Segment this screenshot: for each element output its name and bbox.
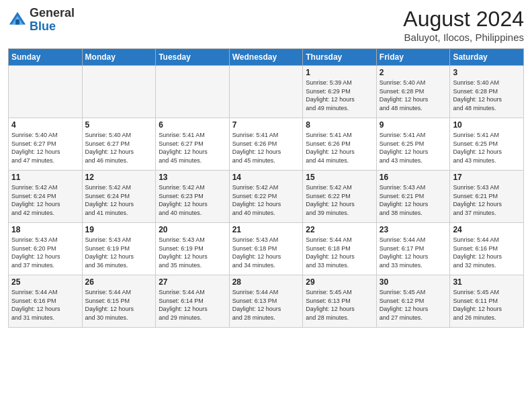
cell-content: Sunrise: 5:44 AM Sunset: 6:15 PM Dayligh…: [85, 288, 153, 322]
day-number: 11: [11, 173, 79, 182]
month-year: August 2024: [403, 7, 524, 32]
day-number: 9: [380, 120, 447, 130]
calendar-cell: 7Sunrise: 5:41 AM Sunset: 6:26 PM Daylig…: [229, 118, 303, 171]
calendar-week-2: 4Sunrise: 5:40 AM Sunset: 6:27 PM Daylig…: [9, 118, 524, 171]
svg-rect-2: [15, 19, 19, 24]
calendar-cell: [156, 66, 230, 118]
logo: General Blue: [8, 7, 75, 34]
calendar-cell: 31Sunrise: 5:45 AM Sunset: 6:11 PM Dayli…: [450, 275, 524, 328]
calendar-cell: 13Sunrise: 5:42 AM Sunset: 6:23 PM Dayli…: [156, 171, 230, 223]
day-number: 24: [453, 225, 521, 234]
day-number: 18: [11, 225, 79, 234]
calendar-cell: 24Sunrise: 5:44 AM Sunset: 6:16 PM Dayli…: [450, 223, 524, 275]
cell-content: Sunrise: 5:43 AM Sunset: 6:20 PM Dayligh…: [11, 236, 79, 269]
cell-content: Sunrise: 5:44 AM Sunset: 6:14 PM Dayligh…: [159, 288, 226, 322]
day-number: 7: [232, 120, 300, 130]
calendar-table: SundayMondayTuesdayWednesdayThursdayFrid…: [8, 48, 524, 328]
cell-content: Sunrise: 5:44 AM Sunset: 6:17 PM Dayligh…: [380, 236, 447, 269]
calendar-cell: 21Sunrise: 5:43 AM Sunset: 6:18 PM Dayli…: [229, 223, 303, 275]
cell-content: Sunrise: 5:43 AM Sunset: 6:21 PM Dayligh…: [453, 183, 521, 217]
calendar-cell: 20Sunrise: 5:43 AM Sunset: 6:19 PM Dayli…: [156, 223, 230, 275]
cell-content: Sunrise: 5:39 AM Sunset: 6:29 PM Dayligh…: [306, 79, 373, 112]
calendar-cell: 28Sunrise: 5:44 AM Sunset: 6:13 PM Dayli…: [229, 275, 303, 328]
cell-content: Sunrise: 5:43 AM Sunset: 6:18 PM Dayligh…: [232, 236, 300, 269]
cell-content: Sunrise: 5:41 AM Sunset: 6:25 PM Dayligh…: [453, 131, 521, 165]
calendar-cell: 1Sunrise: 5:39 AM Sunset: 6:29 PM Daylig…: [303, 66, 377, 118]
calendar-cell: 23Sunrise: 5:44 AM Sunset: 6:17 PM Dayli…: [376, 223, 450, 275]
logo-general-text: General: [30, 6, 75, 19]
day-number: 16: [380, 173, 447, 182]
calendar-cell: 5Sunrise: 5:40 AM Sunset: 6:27 PM Daylig…: [82, 118, 156, 171]
cell-content: Sunrise: 5:45 AM Sunset: 6:11 PM Dayligh…: [453, 288, 521, 322]
cell-content: Sunrise: 5:42 AM Sunset: 6:23 PM Dayligh…: [159, 183, 226, 217]
cell-content: Sunrise: 5:41 AM Sunset: 6:26 PM Dayligh…: [306, 131, 373, 165]
calendar-week-3: 11Sunrise: 5:42 AM Sunset: 6:24 PM Dayli…: [9, 171, 524, 223]
day-number: 15: [306, 173, 373, 182]
day-number: 2: [380, 68, 447, 77]
cell-content: Sunrise: 5:44 AM Sunset: 6:13 PM Dayligh…: [232, 288, 300, 322]
calendar-cell: 12Sunrise: 5:42 AM Sunset: 6:24 PM Dayli…: [82, 171, 156, 223]
day-number: 3: [453, 68, 521, 77]
cell-content: Sunrise: 5:42 AM Sunset: 6:22 PM Dayligh…: [232, 183, 300, 217]
weekday-header-thursday: Thursday: [303, 49, 377, 66]
calendar-cell: 17Sunrise: 5:43 AM Sunset: 6:21 PM Dayli…: [450, 171, 524, 223]
cell-content: Sunrise: 5:42 AM Sunset: 6:22 PM Dayligh…: [306, 183, 373, 217]
cell-content: Sunrise: 5:40 AM Sunset: 6:27 PM Dayligh…: [11, 131, 79, 165]
calendar-cell: [9, 66, 83, 118]
cell-content: Sunrise: 5:42 AM Sunset: 6:24 PM Dayligh…: [11, 183, 79, 217]
day-number: 8: [306, 120, 373, 130]
cell-content: Sunrise: 5:41 AM Sunset: 6:26 PM Dayligh…: [232, 131, 300, 165]
cell-content: Sunrise: 5:41 AM Sunset: 6:27 PM Dayligh…: [159, 131, 226, 165]
cell-content: Sunrise: 5:43 AM Sunset: 6:21 PM Dayligh…: [380, 183, 447, 217]
cell-content: Sunrise: 5:40 AM Sunset: 6:28 PM Dayligh…: [380, 79, 447, 112]
day-number: 13: [159, 173, 226, 182]
weekday-header-tuesday: Tuesday: [156, 49, 230, 66]
day-number: 28: [232, 277, 300, 287]
day-number: 14: [232, 173, 300, 182]
calendar-cell: 19Sunrise: 5:43 AM Sunset: 6:19 PM Dayli…: [82, 223, 156, 275]
calendar-cell: 29Sunrise: 5:45 AM Sunset: 6:13 PM Dayli…: [303, 275, 377, 328]
calendar-cell: 3Sunrise: 5:40 AM Sunset: 6:28 PM Daylig…: [450, 66, 524, 118]
location: Baluyot, Ilocos, Philippines: [403, 32, 524, 43]
calendar-cell: 2Sunrise: 5:40 AM Sunset: 6:28 PM Daylig…: [376, 66, 450, 118]
calendar-cell: 8Sunrise: 5:41 AM Sunset: 6:26 PM Daylig…: [303, 118, 377, 171]
day-number: 1: [306, 68, 373, 77]
calendar-cell: 18Sunrise: 5:43 AM Sunset: 6:20 PM Dayli…: [9, 223, 83, 275]
calendar-header: SundayMondayTuesdayWednesdayThursdayFrid…: [9, 49, 524, 66]
cell-content: Sunrise: 5:41 AM Sunset: 6:25 PM Dayligh…: [380, 131, 447, 165]
day-number: 26: [85, 277, 153, 287]
day-number: 6: [159, 120, 226, 130]
cell-content: Sunrise: 5:45 AM Sunset: 6:12 PM Dayligh…: [380, 288, 447, 322]
weekday-header-sunday: Sunday: [9, 49, 83, 66]
calendar-cell: [229, 66, 303, 118]
day-number: 25: [11, 277, 79, 287]
day-number: 30: [380, 277, 447, 287]
title-block: August 2024 Baluyot, Ilocos, Philippines: [403, 7, 524, 43]
calendar-cell: 14Sunrise: 5:42 AM Sunset: 6:22 PM Dayli…: [229, 171, 303, 223]
cell-content: Sunrise: 5:44 AM Sunset: 6:16 PM Dayligh…: [11, 288, 79, 322]
cell-content: Sunrise: 5:45 AM Sunset: 6:13 PM Dayligh…: [306, 288, 373, 322]
day-number: 4: [11, 120, 79, 130]
cell-content: Sunrise: 5:40 AM Sunset: 6:27 PM Dayligh…: [85, 131, 153, 165]
day-number: 20: [159, 225, 226, 234]
cell-content: Sunrise: 5:44 AM Sunset: 6:16 PM Dayligh…: [453, 236, 521, 269]
day-number: 27: [159, 277, 226, 287]
cell-content: Sunrise: 5:44 AM Sunset: 6:18 PM Dayligh…: [306, 236, 373, 269]
logo-icon: [8, 11, 27, 30]
calendar-cell: [82, 66, 156, 118]
calendar-cell: 26Sunrise: 5:44 AM Sunset: 6:15 PM Dayli…: [82, 275, 156, 328]
day-number: 22: [306, 225, 373, 234]
cell-content: Sunrise: 5:43 AM Sunset: 6:19 PM Dayligh…: [85, 236, 153, 269]
calendar-week-1: 1Sunrise: 5:39 AM Sunset: 6:29 PM Daylig…: [9, 66, 524, 118]
calendar-cell: 27Sunrise: 5:44 AM Sunset: 6:14 PM Dayli…: [156, 275, 230, 328]
cell-content: Sunrise: 5:43 AM Sunset: 6:19 PM Dayligh…: [159, 236, 226, 269]
cell-content: Sunrise: 5:42 AM Sunset: 6:24 PM Dayligh…: [85, 183, 153, 217]
day-number: 29: [306, 277, 373, 287]
header: General Blue August 2024 Baluyot, Ilocos…: [8, 7, 524, 43]
calendar-week-4: 18Sunrise: 5:43 AM Sunset: 6:20 PM Dayli…: [9, 223, 524, 275]
calendar-cell: 15Sunrise: 5:42 AM Sunset: 6:22 PM Dayli…: [303, 171, 377, 223]
calendar-cell: 4Sunrise: 5:40 AM Sunset: 6:27 PM Daylig…: [9, 118, 83, 171]
calendar-cell: 10Sunrise: 5:41 AM Sunset: 6:25 PM Dayli…: [450, 118, 524, 171]
calendar-week-5: 25Sunrise: 5:44 AM Sunset: 6:16 PM Dayli…: [9, 275, 524, 328]
page-container: General Blue August 2024 Baluyot, Ilocos…: [0, 0, 532, 332]
